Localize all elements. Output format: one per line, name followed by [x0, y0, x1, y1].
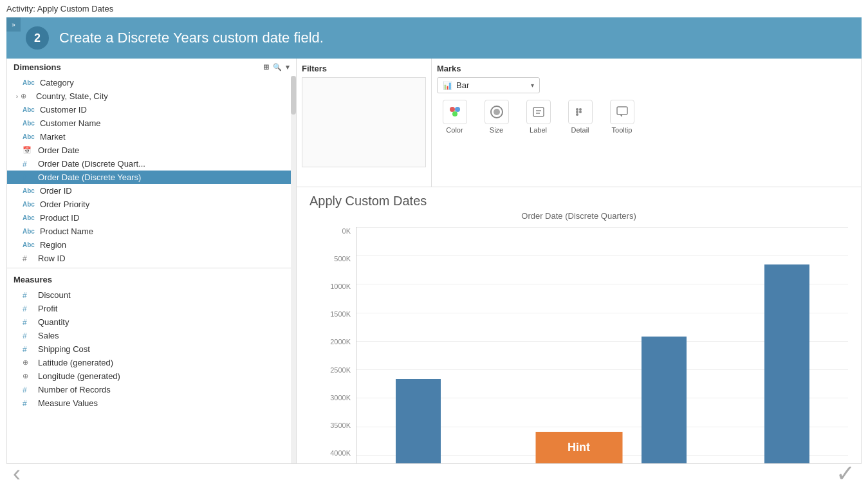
dimension-item-category[interactable]: Abc Category: [7, 76, 296, 89]
collapse-button[interactable]: »: [6, 17, 21, 32]
measure-item-profit[interactable]: # Profit: [7, 302, 296, 315]
dimension-item-region[interactable]: Abc Region: [7, 238, 296, 252]
marks-type-dropdown[interactable]: 📊 Bar ▾: [437, 77, 540, 93]
dimension-item-order-date[interactable]: 📅 Order Date: [7, 144, 296, 157]
field-label: Longitude (generated): [38, 371, 120, 381]
marks-type-label: Bar: [456, 80, 531, 90]
measure-item-shipping-cost[interactable]: # Shipping Cost: [7, 342, 296, 356]
abc-icon: Abc: [23, 120, 35, 127]
hash-green-icon: #: [23, 291, 33, 300]
hint-button[interactable]: Hint: [535, 432, 622, 463]
field-label: Row ID: [38, 254, 66, 263]
svg-rect-5: [533, 107, 544, 116]
dimension-item-order-date-discrete-years[interactable]: # Order Date (Discrete Years): [7, 171, 296, 184]
dimension-item-row-id[interactable]: # Row ID: [7, 252, 296, 265]
svg-point-2: [452, 111, 457, 116]
search-icon[interactable]: 🔍: [273, 63, 282, 71]
y-tick: 3000K: [324, 394, 351, 402]
svg-rect-13: [617, 107, 627, 115]
field-label: Order Date (Discrete Quart...: [38, 159, 145, 169]
marks-detail-button[interactable]: Detail: [562, 100, 598, 134]
abc-icon: Abc: [23, 241, 35, 248]
chart-title: Apply Custom Dates: [309, 194, 848, 208]
y-tick: 0K: [324, 227, 351, 235]
chart-inner: 4500K4000K3500K3000K2500K2000K1500K1000K…: [324, 227, 848, 463]
activity-title: Activity: Apply Custom Dates: [0, 0, 868, 17]
measure-item-latitude[interactable]: ⊕ Latitude (generated): [7, 356, 296, 369]
chart-subtitle: Order Date (Discrete Quarters): [309, 211, 848, 221]
grid-line: [356, 255, 848, 256]
marks-label-button[interactable]: Label: [521, 100, 556, 134]
measure-item-number-of-records[interactable]: # Number of Records: [7, 383, 296, 396]
measure-item-discount[interactable]: # Discount: [7, 288, 296, 302]
marks-buttons: Color Size Label Detail Tooltip: [437, 100, 856, 134]
step-header: » 2 Create a Discrete Years custom date …: [6, 17, 862, 59]
dimension-item-customer-name[interactable]: Abc Customer Name: [7, 116, 296, 130]
y-tick: 3500K: [324, 421, 351, 429]
field-label: Latitude (generated): [38, 358, 113, 367]
bar-rect: [396, 379, 441, 463]
calendar-icon: 📅: [23, 146, 33, 154]
top-right-panels: Filters Marks 📊 Bar ▾ Color Size Label: [297, 59, 861, 187]
geo-icon: ⊕: [21, 92, 31, 100]
dimension-item-country-state-city[interactable]: › ⊕ Country, State, City: [7, 89, 296, 103]
field-label: Profit: [38, 304, 57, 313]
svg-point-12: [579, 111, 582, 113]
right-area: Filters Marks 📊 Bar ▾ Color Size Label: [297, 59, 861, 463]
filters-box[interactable]: [302, 77, 426, 167]
dimension-item-order-date-discrete-quart[interactable]: # Order Date (Discrete Quart...: [7, 157, 296, 171]
abc-icon: Abc: [23, 228, 35, 235]
abc-icon: Abc: [23, 214, 35, 221]
field-label: Order Priority: [40, 199, 89, 209]
measure-item-longitude[interactable]: ⊕ Longitude (generated): [7, 369, 296, 383]
filters-panel: Filters: [297, 59, 432, 187]
dimensions-list: Abc Category › ⊕ Country, State, City Ab…: [7, 76, 296, 463]
measure-item-measure-values[interactable]: # Measure Values: [7, 396, 296, 410]
y-tick: 1500K: [324, 310, 351, 318]
expand-arrow: ›: [16, 93, 18, 100]
dropdown-arrow-icon[interactable]: ▾: [286, 63, 290, 71]
bar-Q4[interactable]: Q4: [764, 264, 809, 463]
size-label: Size: [490, 126, 503, 134]
step-title: Create a Discrete Years custom date fiel…: [59, 30, 324, 46]
globe-icon: ⊕: [23, 372, 33, 380]
grid-line: [356, 227, 848, 228]
measure-item-quantity[interactable]: # Quantity: [7, 315, 296, 329]
hash-blue-icon: #: [23, 160, 33, 169]
field-label: Quantity: [38, 317, 69, 327]
dimension-item-order-id[interactable]: Abc Order ID: [7, 184, 296, 198]
bar-Q3[interactable]: Q3: [642, 337, 687, 463]
field-label: Category: [40, 78, 74, 88]
dimension-item-product-name[interactable]: Abc Product Name: [7, 225, 296, 238]
marks-tooltip-button[interactable]: Tooltip: [604, 100, 640, 134]
marks-size-button[interactable]: Size: [479, 100, 514, 134]
bar-rect: [764, 264, 809, 463]
hash-blue-icon: #: [23, 173, 33, 182]
hash-green-icon: #: [23, 304, 33, 313]
measure-item-sales[interactable]: # Sales: [7, 329, 296, 342]
field-label: Product ID: [40, 213, 79, 223]
field-label: Market: [40, 132, 66, 142]
size-icon: [485, 100, 509, 124]
tooltip-icon: [610, 100, 634, 124]
prev-button[interactable]: ‹: [13, 460, 21, 487]
dimension-item-customer-id[interactable]: Abc Customer ID: [7, 103, 296, 116]
bar-chart-icon: 📊: [443, 81, 452, 90]
abc-icon: Abc: [23, 201, 35, 208]
grid-icon[interactable]: ⊞: [263, 63, 269, 71]
dimension-item-order-priority[interactable]: Abc Order Priority: [7, 198, 296, 211]
bar-Q1[interactable]: Q1: [396, 379, 441, 463]
dimension-item-market[interactable]: Abc Market: [7, 130, 296, 144]
color-icon: [443, 100, 467, 124]
next-button[interactable]: ✓: [836, 460, 855, 487]
y-tick: 500K: [324, 255, 351, 263]
globe-icon: ⊕: [23, 358, 33, 367]
y-axis: 4500K4000K3500K3000K2500K2000K1500K1000K…: [324, 227, 356, 463]
detail-label: Detail: [571, 126, 589, 134]
dimension-item-product-id[interactable]: Abc Product ID: [7, 211, 296, 225]
filters-title: Filters: [302, 64, 426, 73]
hash-green-icon: #: [23, 385, 33, 394]
hash-icon: #: [23, 254, 33, 263]
chart-bars-container: 4500K4000K3500K3000K2500K2000K1500K1000K…: [324, 227, 848, 463]
marks-color-button[interactable]: Color: [437, 100, 472, 134]
